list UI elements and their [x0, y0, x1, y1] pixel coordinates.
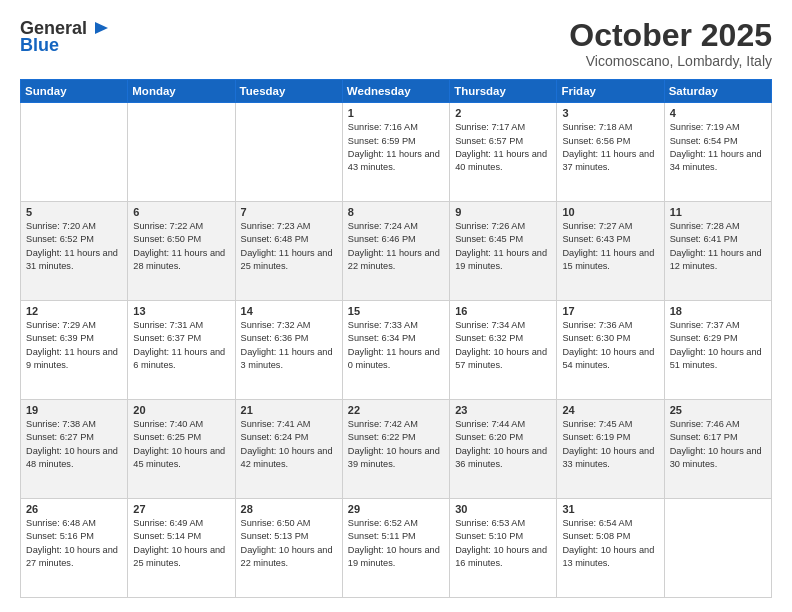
day-info: Sunrise: 7:29 AM Sunset: 6:39 PM Dayligh… — [26, 319, 122, 372]
day-number: 5 — [26, 206, 122, 218]
calendar-cell: 13Sunrise: 7:31 AM Sunset: 6:37 PM Dayli… — [128, 301, 235, 400]
calendar-week-row: 19Sunrise: 7:38 AM Sunset: 6:27 PM Dayli… — [21, 400, 772, 499]
calendar-cell: 17Sunrise: 7:36 AM Sunset: 6:30 PM Dayli… — [557, 301, 664, 400]
day-number: 31 — [562, 503, 658, 515]
day-number: 15 — [348, 305, 444, 317]
calendar-cell: 31Sunrise: 6:54 AM Sunset: 5:08 PM Dayli… — [557, 499, 664, 598]
day-number: 20 — [133, 404, 229, 416]
logo: General Blue — [20, 18, 110, 56]
day-number: 9 — [455, 206, 551, 218]
day-number: 27 — [133, 503, 229, 515]
calendar-cell: 16Sunrise: 7:34 AM Sunset: 6:32 PM Dayli… — [450, 301, 557, 400]
day-info: Sunrise: 6:48 AM Sunset: 5:16 PM Dayligh… — [26, 517, 122, 570]
day-number: 26 — [26, 503, 122, 515]
day-number: 19 — [26, 404, 122, 416]
day-info: Sunrise: 7:27 AM Sunset: 6:43 PM Dayligh… — [562, 220, 658, 273]
day-info: Sunrise: 7:38 AM Sunset: 6:27 PM Dayligh… — [26, 418, 122, 471]
day-number: 2 — [455, 107, 551, 119]
day-info: Sunrise: 7:24 AM Sunset: 6:46 PM Dayligh… — [348, 220, 444, 273]
calendar-cell: 3Sunrise: 7:18 AM Sunset: 6:56 PM Daylig… — [557, 103, 664, 202]
day-number: 13 — [133, 305, 229, 317]
day-info: Sunrise: 7:45 AM Sunset: 6:19 PM Dayligh… — [562, 418, 658, 471]
calendar-cell: 1Sunrise: 7:16 AM Sunset: 6:59 PM Daylig… — [342, 103, 449, 202]
calendar-table: Sunday Monday Tuesday Wednesday Thursday… — [20, 79, 772, 598]
day-info: Sunrise: 7:28 AM Sunset: 6:41 PM Dayligh… — [670, 220, 766, 273]
calendar-cell — [128, 103, 235, 202]
day-number: 18 — [670, 305, 766, 317]
col-thursday: Thursday — [450, 80, 557, 103]
calendar-cell: 25Sunrise: 7:46 AM Sunset: 6:17 PM Dayli… — [664, 400, 771, 499]
calendar-cell: 2Sunrise: 7:17 AM Sunset: 6:57 PM Daylig… — [450, 103, 557, 202]
day-number: 17 — [562, 305, 658, 317]
calendar-cell: 30Sunrise: 6:53 AM Sunset: 5:10 PM Dayli… — [450, 499, 557, 598]
day-number: 30 — [455, 503, 551, 515]
day-number: 3 — [562, 107, 658, 119]
calendar-cell: 10Sunrise: 7:27 AM Sunset: 6:43 PM Dayli… — [557, 202, 664, 301]
day-info: Sunrise: 6:53 AM Sunset: 5:10 PM Dayligh… — [455, 517, 551, 570]
calendar-cell: 29Sunrise: 6:52 AM Sunset: 5:11 PM Dayli… — [342, 499, 449, 598]
day-number: 23 — [455, 404, 551, 416]
col-sunday: Sunday — [21, 80, 128, 103]
calendar-cell: 12Sunrise: 7:29 AM Sunset: 6:39 PM Dayli… — [21, 301, 128, 400]
calendar-cell: 11Sunrise: 7:28 AM Sunset: 6:41 PM Dayli… — [664, 202, 771, 301]
calendar-cell: 26Sunrise: 6:48 AM Sunset: 5:16 PM Dayli… — [21, 499, 128, 598]
day-info: Sunrise: 7:26 AM Sunset: 6:45 PM Dayligh… — [455, 220, 551, 273]
day-info: Sunrise: 6:52 AM Sunset: 5:11 PM Dayligh… — [348, 517, 444, 570]
day-number: 14 — [241, 305, 337, 317]
col-friday: Friday — [557, 80, 664, 103]
logo-flag-icon — [92, 20, 110, 38]
calendar-cell: 18Sunrise: 7:37 AM Sunset: 6:29 PM Dayli… — [664, 301, 771, 400]
day-info: Sunrise: 7:32 AM Sunset: 6:36 PM Dayligh… — [241, 319, 337, 372]
calendar-week-row: 1Sunrise: 7:16 AM Sunset: 6:59 PM Daylig… — [21, 103, 772, 202]
day-number: 22 — [348, 404, 444, 416]
page: General Blue October 2025 Vicomoscano, L… — [0, 0, 792, 612]
title-area: October 2025 Vicomoscano, Lombardy, Ital… — [569, 18, 772, 69]
calendar-cell: 28Sunrise: 6:50 AM Sunset: 5:13 PM Dayli… — [235, 499, 342, 598]
calendar-cell: 5Sunrise: 7:20 AM Sunset: 6:52 PM Daylig… — [21, 202, 128, 301]
day-info: Sunrise: 7:34 AM Sunset: 6:32 PM Dayligh… — [455, 319, 551, 372]
day-number: 1 — [348, 107, 444, 119]
day-number: 16 — [455, 305, 551, 317]
day-info: Sunrise: 7:31 AM Sunset: 6:37 PM Dayligh… — [133, 319, 229, 372]
day-number: 10 — [562, 206, 658, 218]
logo-blue-text: Blue — [20, 35, 59, 56]
col-saturday: Saturday — [664, 80, 771, 103]
header: General Blue October 2025 Vicomoscano, L… — [20, 18, 772, 69]
calendar-cell: 24Sunrise: 7:45 AM Sunset: 6:19 PM Dayli… — [557, 400, 664, 499]
calendar-cell: 19Sunrise: 7:38 AM Sunset: 6:27 PM Dayli… — [21, 400, 128, 499]
calendar-header-row: Sunday Monday Tuesday Wednesday Thursday… — [21, 80, 772, 103]
day-number: 6 — [133, 206, 229, 218]
calendar-cell: 21Sunrise: 7:41 AM Sunset: 6:24 PM Dayli… — [235, 400, 342, 499]
day-info: Sunrise: 7:18 AM Sunset: 6:56 PM Dayligh… — [562, 121, 658, 174]
col-tuesday: Tuesday — [235, 80, 342, 103]
col-wednesday: Wednesday — [342, 80, 449, 103]
day-info: Sunrise: 7:16 AM Sunset: 6:59 PM Dayligh… — [348, 121, 444, 174]
col-monday: Monday — [128, 80, 235, 103]
calendar-cell: 6Sunrise: 7:22 AM Sunset: 6:50 PM Daylig… — [128, 202, 235, 301]
calendar-cell — [21, 103, 128, 202]
calendar-week-row: 5Sunrise: 7:20 AM Sunset: 6:52 PM Daylig… — [21, 202, 772, 301]
day-number: 7 — [241, 206, 337, 218]
day-info: Sunrise: 7:19 AM Sunset: 6:54 PM Dayligh… — [670, 121, 766, 174]
day-info: Sunrise: 7:36 AM Sunset: 6:30 PM Dayligh… — [562, 319, 658, 372]
day-info: Sunrise: 7:40 AM Sunset: 6:25 PM Dayligh… — [133, 418, 229, 471]
day-number: 28 — [241, 503, 337, 515]
calendar-week-row: 26Sunrise: 6:48 AM Sunset: 5:16 PM Dayli… — [21, 499, 772, 598]
calendar-cell: 9Sunrise: 7:26 AM Sunset: 6:45 PM Daylig… — [450, 202, 557, 301]
day-info: Sunrise: 6:54 AM Sunset: 5:08 PM Dayligh… — [562, 517, 658, 570]
day-info: Sunrise: 7:20 AM Sunset: 6:52 PM Dayligh… — [26, 220, 122, 273]
day-info: Sunrise: 7:23 AM Sunset: 6:48 PM Dayligh… — [241, 220, 337, 273]
day-number: 29 — [348, 503, 444, 515]
day-info: Sunrise: 7:17 AM Sunset: 6:57 PM Dayligh… — [455, 121, 551, 174]
calendar-cell — [664, 499, 771, 598]
day-number: 25 — [670, 404, 766, 416]
day-info: Sunrise: 6:49 AM Sunset: 5:14 PM Dayligh… — [133, 517, 229, 570]
day-info: Sunrise: 7:46 AM Sunset: 6:17 PM Dayligh… — [670, 418, 766, 471]
calendar-cell: 14Sunrise: 7:32 AM Sunset: 6:36 PM Dayli… — [235, 301, 342, 400]
calendar-cell: 23Sunrise: 7:44 AM Sunset: 6:20 PM Dayli… — [450, 400, 557, 499]
calendar-week-row: 12Sunrise: 7:29 AM Sunset: 6:39 PM Dayli… — [21, 301, 772, 400]
calendar-cell: 20Sunrise: 7:40 AM Sunset: 6:25 PM Dayli… — [128, 400, 235, 499]
calendar-cell — [235, 103, 342, 202]
svg-marker-0 — [95, 22, 108, 34]
calendar-cell: 27Sunrise: 6:49 AM Sunset: 5:14 PM Dayli… — [128, 499, 235, 598]
